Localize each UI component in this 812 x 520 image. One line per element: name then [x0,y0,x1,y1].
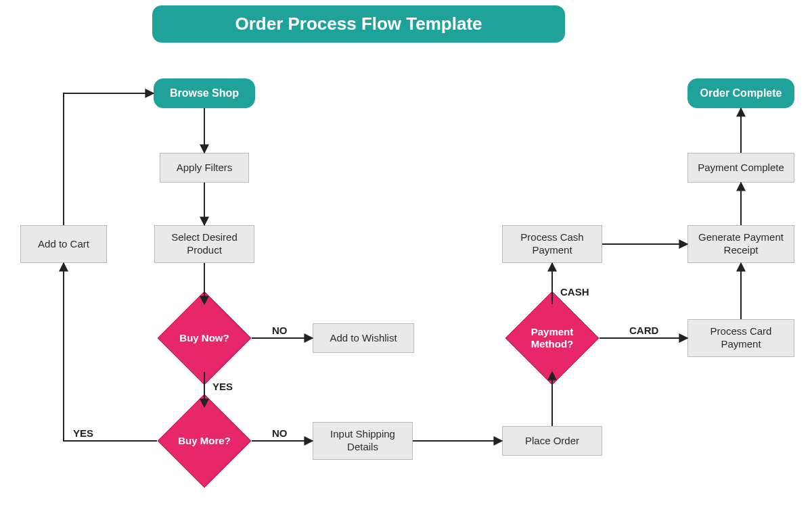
node-select-product: Select Desired Product [154,225,254,263]
edge-label-buy-now-yes: YES [212,381,233,392]
label: Generate Payment Receipt [694,231,788,257]
label: Payment Method? [517,326,587,350]
node-input-shipping: Input Shipping Details [313,422,413,460]
node-add-cart: Add to Cart [20,225,107,263]
label: Process Card Payment [694,325,788,351]
label: Payment Complete [698,162,784,174]
node-payment-method: Payment Method? [505,304,600,372]
label: Apply Filters [177,162,233,174]
label: Browse Shop [170,87,239,99]
node-add-wishlist: Add to Wishlist [313,323,414,353]
label: Input Shipping Details [319,428,407,454]
title-text: Order Process Flow Template [235,14,482,34]
node-payment-complete: Payment Complete [687,153,794,183]
edge-label-buy-now-no: NO [272,325,288,336]
label: Add to Cart [38,238,89,251]
node-generate-receipt: Generate Payment Receipt [687,225,794,263]
edge-label-buy-more-yes: YES [73,427,93,439]
node-apply-filters: Apply Filters [160,153,249,183]
flowchart-canvas: Order Process Flow Template Browse Shop … [0,0,812,520]
node-buy-more: Buy More? [157,407,252,475]
node-process-card: Process Card Payment [687,319,794,357]
label: Add to Wishlist [330,332,397,345]
edge-label-buy-more-no: NO [272,427,288,439]
label: Select Desired Product [160,231,248,257]
node-buy-now: Buy Now? [157,304,252,372]
label: Buy More? [178,435,231,447]
label: Order Complete [700,87,782,99]
label: Place Order [525,435,579,448]
node-place-order: Place Order [502,426,602,456]
node-order-complete: Order Complete [687,78,794,108]
node-browse-shop: Browse Shop [154,78,255,108]
diagram-title: Order Process Flow Template [152,5,565,43]
edge-label-payment-card: CARD [629,325,658,336]
label: Process Cash Payment [508,231,596,257]
node-process-cash: Process Cash Payment [502,225,602,263]
label: Buy Now? [179,332,229,344]
edge-label-payment-cash: CASH [560,286,589,298]
